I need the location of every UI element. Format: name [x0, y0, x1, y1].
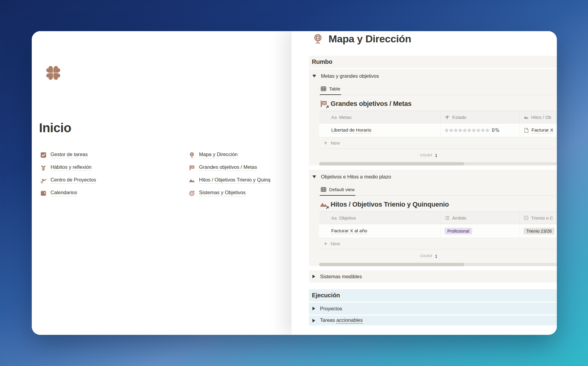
- page-link[interactable]: Facturar X al año: [331, 228, 367, 234]
- link-label: Grandes objetivos / Metas: [199, 164, 257, 171]
- chevron-right-icon: [312, 275, 315, 278]
- scrollbar-thumb[interactable]: [319, 162, 464, 165]
- column-header-hitos[interactable]: Hitos / Ob: [519, 111, 557, 123]
- chevron-right-icon: [312, 319, 315, 322]
- cell-metas[interactable]: Libertad de Horario: [319, 123, 440, 137]
- select-property-icon: [524, 215, 529, 221]
- cell-ambito[interactable]: Profesional: [440, 224, 519, 238]
- text-property-icon: Aa: [331, 115, 337, 120]
- new-row-label: New: [331, 241, 340, 247]
- page-link[interactable]: Libertad de Horario: [331, 127, 371, 133]
- potted-plant-icon: [40, 165, 47, 171]
- count-value: 1: [435, 153, 437, 158]
- toggle-sistemas-medibles[interactable]: Sistemas medibles: [309, 270, 557, 283]
- link-grandes-objetivos-metas[interactable]: Grandes objetivos / Metas: [189, 161, 270, 174]
- count-aggregate[interactable]: COUNT 1: [319, 149, 440, 162]
- toggle-metas-y-grandes-objetivos[interactable]: Metas y grandes objetivos: [309, 70, 557, 82]
- column-label: Objetivo: [339, 215, 356, 221]
- table-view-icon: [321, 187, 326, 192]
- column-label: Estado: [452, 115, 466, 120]
- table-header-row: Aa Objetivo Ámbito Trienio o C: [319, 211, 557, 224]
- cell-objetivo[interactable]: Facturar X al año: [319, 224, 440, 238]
- db-title-hitos-objetivos[interactable]: Hitos / Objetivos Trienio y Quinquenio: [320, 201, 557, 208]
- globe-page-icon[interactable]: [312, 33, 324, 45]
- tab-table-view[interactable]: Table: [320, 86, 341, 95]
- column-label: Trienio o C: [531, 215, 553, 221]
- db-title-label: Grandes objetivos / Metas: [331, 100, 412, 108]
- page-icon: [524, 128, 529, 133]
- link-calendarios[interactable]: Calendarios: [40, 187, 96, 199]
- link-mapa-y-direccion[interactable]: Mapa y Dirección: [189, 149, 270, 161]
- column-header-ambito[interactable]: Ámbito: [440, 212, 519, 224]
- view-tabbar: Table: [320, 82, 557, 95]
- count-label: COUNT: [420, 254, 433, 258]
- toggle-label-prefix: Tareas: [320, 317, 336, 323]
- link-sistemas-y-objetivos[interactable]: Sistemas y Objetivos: [189, 187, 270, 199]
- notion-window: Inicio Gestor de tareas Hábitos y reflex…: [32, 31, 557, 335]
- relation-link[interactable]: Facturar X: [531, 127, 553, 133]
- column-header-estado[interactable]: Estado: [440, 111, 519, 123]
- new-row-button[interactable]: New: [319, 238, 557, 250]
- view-tabbar: Default view: [320, 182, 557, 196]
- link-label: Mapa y Dirección: [199, 152, 237, 158]
- mountains-small-icon: [524, 115, 529, 120]
- chevron-down-icon: [312, 75, 316, 77]
- link-arrow-icon: [325, 105, 329, 109]
- column-header-trienio[interactable]: Trienio o C: [519, 212, 557, 224]
- cell-trienio[interactable]: Trienio 23/26: [519, 224, 557, 238]
- new-row-label: New: [331, 140, 340, 146]
- new-row-button[interactable]: New: [319, 137, 557, 149]
- star-rating[interactable]: ☆☆☆☆☆☆☆☆☆☆ 0%: [445, 128, 500, 133]
- cell-hitos[interactable]: Facturar X: [519, 123, 557, 137]
- scrollbar-thumb[interactable]: [319, 263, 464, 266]
- table-view-icon: [321, 86, 326, 92]
- column-header-metas[interactable]: Aa Metas: [319, 111, 440, 123]
- link-hitos-objetivos-trienio[interactable]: Hitos / Objetivos Trienio y Quinq: [189, 174, 270, 187]
- checkbox-icon: [40, 152, 47, 158]
- count-label: COUNT: [420, 153, 433, 157]
- dartboard-icon: [189, 190, 195, 196]
- link-label: Sistemas y Objetivos: [199, 190, 246, 196]
- toggle-label: Metas y grandes objetivos: [321, 73, 379, 79]
- inicio-page: Inicio Gestor de tareas Hábitos y reflex…: [32, 31, 291, 335]
- db-title-grandes-objetivos[interactable]: Grandes objetivos / Metas: [320, 100, 557, 108]
- horizontal-scrollbar[interactable]: [319, 263, 557, 266]
- link-centro-de-proyectos[interactable]: Centro de Proyectos: [40, 174, 96, 187]
- toggle-tareas-accionables[interactable]: Tareas accionables: [309, 315, 557, 325]
- tag-profesional: Profesional: [445, 228, 472, 234]
- tab-default-view[interactable]: Default view: [320, 187, 355, 196]
- chevron-down-icon: [312, 175, 316, 178]
- plus-icon: [323, 141, 328, 145]
- toggle-label: Proyectos: [320, 306, 342, 312]
- link-label: Hábitos y reflexión: [51, 164, 92, 171]
- count-value: 1: [435, 253, 437, 259]
- hitos-table: Aa Objetivo Ámbito Trienio o C: [319, 211, 557, 262]
- column-label: Metas: [339, 115, 351, 120]
- horizontal-scrollbar[interactable]: [319, 162, 557, 165]
- column-label: Hitos / Ob: [531, 115, 551, 120]
- column-header-objetivo[interactable]: Aa Objetivo: [319, 212, 440, 224]
- link-habitos-y-reflexion[interactable]: Hábitos y reflexión: [40, 161, 96, 174]
- page-title-inicio: Inicio: [39, 121, 71, 135]
- toggle-proyectos[interactable]: Proyectos: [309, 302, 557, 315]
- mountains-linked-icon: [320, 201, 328, 208]
- clover-page-icon[interactable]: [41, 60, 66, 85]
- desktop-background: Inicio Gestor de tareas Hábitos y reflex…: [0, 0, 588, 366]
- rumbo-heading-block: Rumbo: [309, 56, 557, 68]
- plus-icon: [323, 241, 328, 246]
- metas-table: Aa Metas Estado Hitos / Ob: [319, 111, 557, 162]
- cell-estado[interactable]: ☆☆☆☆☆☆☆☆☆☆ 0%: [440, 123, 519, 137]
- ejecucion-heading-block: Ejecución: [309, 289, 557, 302]
- column-label: Ámbito: [452, 215, 466, 221]
- rumbo-heading: Rumbo: [312, 58, 332, 65]
- page-title-mapa: Mapa y Dirección: [328, 33, 411, 45]
- link-gestor-de-tareas[interactable]: Gestor de tareas: [40, 149, 96, 161]
- count-aggregate[interactable]: COUNT 1: [319, 250, 440, 262]
- mapa-y-direccion-page: Mapa y Dirección Rumbo Metas y grandes o…: [291, 31, 557, 335]
- table-row: Libertad de Horario ☆☆☆☆☆☆☆☆☆☆ 0% Factur…: [319, 123, 557, 137]
- toggle-label: Sistemas medibles: [320, 274, 362, 279]
- toggle-objetivos-e-hitos[interactable]: Objetivos e Hitos a medio plazo: [309, 171, 557, 182]
- tag-trienio: Trienio 23/26: [524, 228, 554, 234]
- page-content: Rumbo Metas y grandes objetivos: [309, 56, 557, 325]
- metas-section: Metas y grandes objetivos Table: [309, 69, 557, 165]
